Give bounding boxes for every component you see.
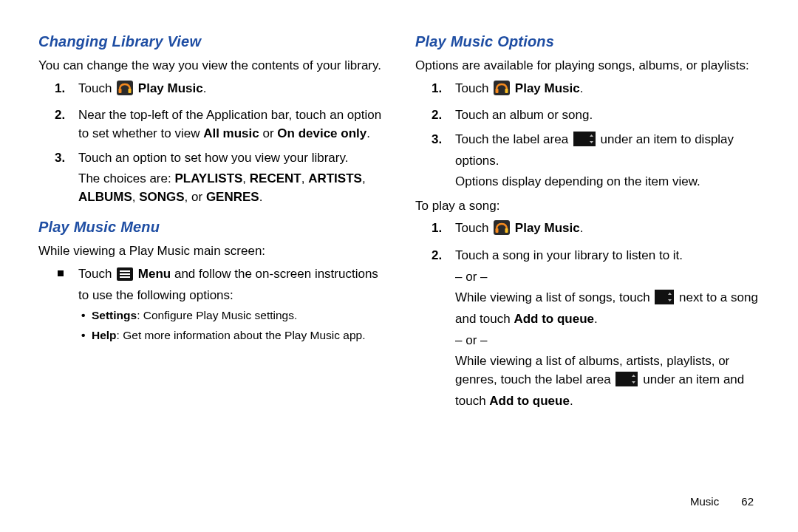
list-item: 1. Touch Play Music. (432, 80, 761, 101)
intro-text: You can change the way you view the cont… (38, 57, 384, 75)
intro-text: Options are available for playing songs,… (415, 57, 761, 75)
list-item: Touch Menu and follow the on-screen inst… (55, 265, 384, 344)
list-item: 2. Touch a song in your library to liste… (432, 247, 761, 410)
heading-changing-library-view: Changing Library View (38, 31, 384, 52)
options-steps: 1. Touch Play Music. 2. Touch an album o… (432, 80, 761, 191)
footer-page-number: 62 (741, 495, 754, 508)
list-item: Settings: Configure Play Music settings. (81, 307, 384, 324)
heading-play-music-menu: Play Music Menu (38, 216, 384, 238)
play-music-icon (494, 220, 510, 241)
svg-rect-8 (496, 89, 499, 93)
svg-rect-6 (120, 276, 130, 278)
heading-play-music-options: Play Music Options (415, 31, 761, 52)
svg-rect-13 (505, 228, 508, 233)
svg-rect-9 (505, 89, 508, 93)
library-steps: 1. Touch Play Music. 2. Near the top-lef… (55, 80, 384, 207)
menu-icon (117, 267, 133, 287)
list-item: 1. Touch Play Music. (432, 219, 761, 241)
svg-rect-2 (129, 89, 132, 93)
list-item: 3. Touch the label area under an item to… (432, 131, 761, 191)
or-divider: – or – (455, 268, 761, 287)
list-item: 1. Touch Play Music. (55, 80, 384, 101)
label-area-icon (573, 132, 596, 152)
alt-instruction: While viewing a list of albums, artists,… (455, 352, 761, 410)
sub-options: Settings: Configure Play Music settings.… (81, 307, 384, 344)
intro-text: While viewing a Play Music main screen: (38, 242, 384, 261)
options-note: Options display depending on the item vi… (455, 173, 761, 191)
or-divider: – or – (455, 332, 761, 350)
play-steps: 1. Touch Play Music. 2. Touch a song in … (432, 219, 761, 410)
footer-section: Music (690, 495, 719, 508)
play-music-icon (494, 81, 510, 101)
svg-rect-5 (120, 273, 130, 275)
list-item: 2. Near the top-left of the Application … (55, 106, 384, 143)
svg-rect-4 (120, 270, 130, 272)
left-column: Changing Library View You can change the… (38, 31, 384, 416)
svg-rect-1 (119, 89, 122, 93)
page-footer: Music 62 (690, 494, 754, 510)
label-area-icon (615, 372, 638, 392)
to-play-heading: To play a song: (415, 197, 761, 216)
list-item: Help: Get more information about the Pla… (81, 327, 384, 344)
svg-rect-10 (573, 132, 596, 146)
right-column: Play Music Options Options are available… (415, 31, 761, 416)
svg-rect-12 (496, 228, 499, 233)
svg-rect-15 (615, 372, 638, 386)
list-item: 3. Touch an option to set how you view y… (55, 149, 384, 207)
choices-text: The choices are: PLAYLISTS, RECENT, ARTI… (78, 170, 384, 206)
list-item: 2. Touch an album or song. (432, 106, 761, 125)
svg-rect-14 (655, 290, 674, 304)
play-music-icon (117, 81, 133, 101)
overflow-icon (655, 290, 674, 310)
menu-list: Touch Menu and follow the on-screen inst… (55, 265, 384, 344)
alt-instruction: While viewing a list of songs, touch nex… (455, 289, 761, 328)
